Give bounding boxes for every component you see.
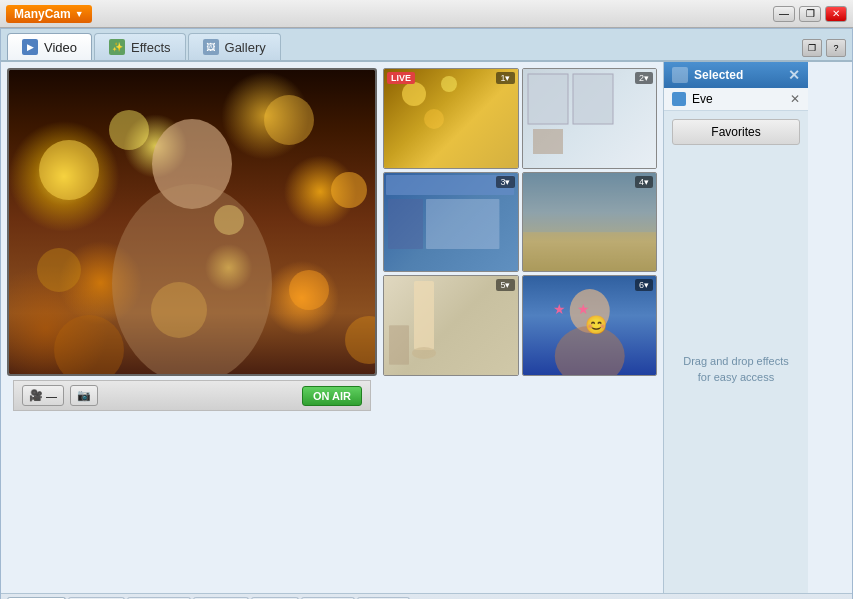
close-button[interactable]: ✕: [825, 6, 847, 22]
thumb-3-num: 3▾: [496, 176, 514, 188]
title-bar: ManyCam ▼ — ❐ ✕: [0, 0, 853, 28]
thumb-1-num: 1▾: [496, 72, 514, 84]
app-title[interactable]: ManyCam ▼: [6, 5, 92, 23]
thumbnail-4[interactable]: 4▾: [522, 172, 658, 273]
bottom-tabs: Image Audio Playlist Trans Text Draw Tim…: [1, 594, 852, 599]
tab-gallery[interactable]: 🖼 Gallery: [188, 33, 281, 60]
video-tab-icon: ▶: [22, 39, 38, 55]
selected-item-eve: Eve ✕: [664, 88, 808, 111]
main-video-container: 🎥 — 📷 ON AIR: [7, 68, 377, 376]
main-container: ▶ Video ✨ Effects 🖼 Gallery ❐ ?: [0, 28, 853, 599]
close-selected-button[interactable]: ✕: [788, 67, 800, 83]
thumbnail-2[interactable]: 2▾: [522, 68, 658, 169]
selected-label: Selected: [694, 68, 743, 82]
drag-drop-text: Drag and drop effects for easy access: [680, 353, 792, 386]
svg-rect-19: [388, 199, 423, 249]
tab-gallery-label: Gallery: [225, 40, 266, 55]
svg-rect-16: [573, 74, 613, 124]
thumb-4-num: 4▾: [635, 176, 653, 188]
video-controls-bar: 🎥 — 📷 ON AIR: [13, 380, 371, 411]
svg-rect-23: [414, 281, 434, 350]
svg-rect-15: [528, 74, 568, 124]
main-video-bg: [9, 70, 375, 374]
tab-effects[interactable]: ✨ Effects: [94, 33, 186, 60]
tab-effects-label: Effects: [131, 40, 171, 55]
minimize-button[interactable]: —: [773, 6, 795, 22]
snapshot-button[interactable]: 📷: [70, 385, 98, 406]
dropdown-arrow-icon: ▼: [75, 9, 84, 19]
favorites-button[interactable]: Favorites: [672, 119, 800, 145]
favorites-section: Favorites: [664, 119, 808, 145]
camera-icon: 🎥: [29, 389, 43, 402]
svg-rect-18: [386, 175, 514, 195]
drag-drop-area: Drag and drop effects for easy access: [664, 145, 808, 593]
camera-button[interactable]: 🎥 —: [22, 385, 64, 406]
svg-point-12: [402, 82, 426, 106]
svg-rect-20: [426, 199, 499, 249]
thumb-6-person: ★ ★ 😊: [523, 276, 657, 375]
thumb-2-num: 2▾: [635, 72, 653, 84]
tab-video[interactable]: ▶ Video: [7, 33, 92, 60]
title-bar-controls: — ❐ ✕: [773, 6, 847, 22]
thumbnail-6[interactable]: ★ ★ 😊 6▾: [522, 275, 658, 376]
window-btn-2[interactable]: ?: [826, 39, 846, 57]
main-tab-bar: ▶ Video ✨ Effects 🖼 Gallery ❐ ?: [1, 29, 852, 62]
bottom-section: Image Audio Playlist Trans Text Draw Tim…: [1, 593, 852, 599]
camera-dash-icon: —: [46, 390, 57, 402]
content-area: 🎥 — 📷 ON AIR: [1, 62, 852, 593]
thumbnail-grid: LIVE 1▾ 2▾: [383, 68, 657, 376]
svg-text:★: ★: [553, 301, 566, 317]
thumb-6-num: 6▾: [635, 279, 653, 291]
on-air-button[interactable]: ON AIR: [302, 386, 362, 406]
thumbnail-3[interactable]: 3▾: [383, 172, 519, 273]
svg-rect-17: [533, 129, 563, 154]
svg-rect-22: [523, 232, 657, 271]
selected-header-icon: [672, 67, 688, 83]
restore-button[interactable]: ❐: [799, 6, 821, 22]
tab-video-label: Video: [44, 40, 77, 55]
svg-point-13: [441, 76, 457, 92]
svg-point-14: [424, 109, 444, 129]
selected-item-label: Eve: [692, 92, 713, 106]
selected-item-close-button[interactable]: ✕: [790, 92, 800, 106]
selected-header: Selected ✕: [664, 62, 808, 88]
video-grid: 🎥 — 📷 ON AIR: [1, 62, 663, 382]
window-btn-1[interactable]: ❐: [802, 39, 822, 57]
app-name: ManyCam: [14, 7, 71, 21]
main-video[interactable]: [7, 68, 377, 376]
svg-point-24: [412, 347, 436, 359]
svg-rect-25: [389, 326, 409, 365]
effects-tab-icon: ✨: [109, 39, 125, 55]
thumbnail-1[interactable]: LIVE 1▾: [383, 68, 519, 169]
selected-item-icon: [672, 92, 686, 106]
live-badge: LIVE: [387, 72, 415, 84]
thumb-5-room: [384, 276, 518, 375]
right-panel: Selected ✕ Eve ✕ Favorites Drag and drop…: [663, 62, 808, 593]
snapshot-icon: 📷: [77, 389, 91, 402]
svg-text:😊: 😊: [585, 314, 608, 336]
video-section: 🎥 — 📷 ON AIR: [1, 62, 663, 593]
window-controls: ❐ ?: [802, 39, 846, 60]
title-bar-left: ManyCam ▼: [6, 5, 92, 23]
gallery-tab-icon: 🖼: [203, 39, 219, 55]
thumbnail-5[interactable]: 5▾: [383, 275, 519, 376]
thumb-5-num: 5▾: [496, 279, 514, 291]
